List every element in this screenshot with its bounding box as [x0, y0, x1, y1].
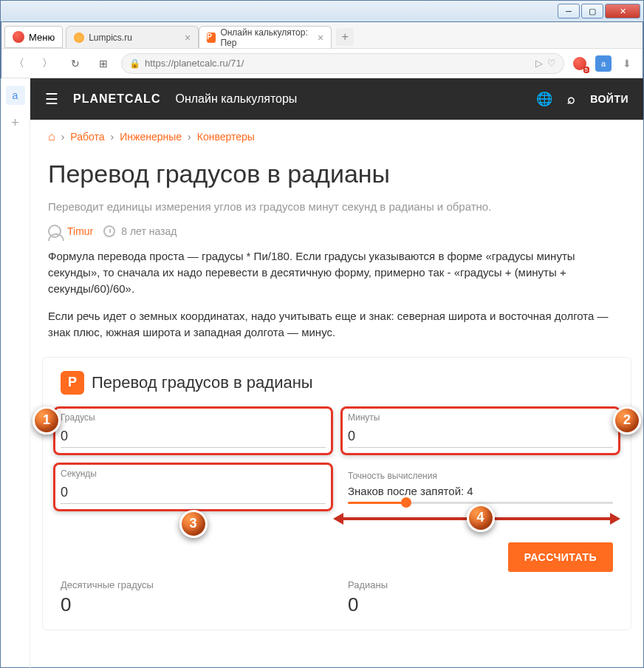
- calculator-card: P Перевод градусов в радианы Градусы 1 М…: [42, 357, 631, 630]
- breadcrumb-converters[interactable]: Конвертеры: [197, 131, 255, 143]
- precision-field: Точность вычисления Знаков после запятой…: [348, 468, 613, 504]
- breadcrumb-sep: ›: [61, 131, 65, 143]
- window-maximize-button[interactable]: ▢: [581, 4, 603, 18]
- author-row: Timur 8 лет назад: [30, 225, 643, 248]
- tab-planetcalc[interactable]: P Онлайн калькулятор: Пер ×: [199, 26, 332, 48]
- slider-fill: [348, 502, 406, 504]
- badge-count: 5: [583, 67, 589, 73]
- url-text: https://planetcalc.ru/71/: [145, 58, 531, 69]
- back-button[interactable]: 〈: [9, 53, 30, 74]
- degrees-input[interactable]: [61, 426, 326, 448]
- seconds-field: Секунды 3: [61, 468, 326, 504]
- translate-extension-icon[interactable]: a: [595, 55, 612, 72]
- annotation-badge-4: 4: [467, 504, 495, 532]
- login-button[interactable]: ВОЙТИ: [590, 93, 628, 105]
- page-content: ☰ PLANETCALC Онлайн калькуляторы 🌐 ⌕ ВОЙ…: [30, 78, 643, 668]
- author-name[interactable]: Timur: [67, 225, 93, 237]
- search-icon[interactable]: ⌕: [567, 92, 575, 107]
- opera-extension-icon[interactable]: 5: [572, 55, 588, 72]
- translate-sidebar-icon[interactable]: a: [6, 86, 25, 105]
- result2-label: Радианы: [348, 579, 613, 590]
- url-bar[interactable]: 🔒 https://planetcalc.ru/71/ ▷ ♡: [121, 53, 564, 74]
- new-tab-button[interactable]: +: [336, 28, 354, 46]
- annotation-badge-1: 1: [32, 406, 61, 434]
- precision-label: Точность вычисления: [348, 471, 437, 481]
- hamburger-menu-icon[interactable]: ☰: [45, 90, 58, 108]
- calc-logo-icon: P: [61, 371, 84, 395]
- result2-value: 0: [348, 593, 613, 616]
- browser-chrome: Меню Lumpics.ru × P Онлайн калькулятор: …: [1, 22, 643, 78]
- minutes-field: Минуты 2: [348, 412, 613, 448]
- author-icon: [48, 225, 61, 238]
- downloads-icon[interactable]: ⬇: [619, 55, 635, 72]
- tabs-row: Меню Lumpics.ru × P Онлайн калькулятор: …: [1, 22, 643, 49]
- home-icon[interactable]: ⌂: [48, 130, 55, 143]
- calc-title: Перевод градусов в радианы: [92, 373, 313, 392]
- minutes-label: Минуты: [348, 412, 613, 423]
- reload-button[interactable]: ↻: [65, 53, 86, 74]
- forward-button[interactable]: 〉: [37, 53, 58, 74]
- seconds-label: Секунды: [61, 468, 326, 479]
- body-paragraph-2: Если речь идет о земных координатах, над…: [30, 308, 643, 352]
- annotation-badge-2: 2: [613, 406, 641, 434]
- minutes-input[interactable]: [348, 426, 613, 448]
- breadcrumb-sep: ›: [111, 131, 114, 143]
- annotation-badge-3: 3: [179, 510, 208, 538]
- breadcrumb-sep: ›: [188, 131, 191, 143]
- tab-close-icon[interactable]: ×: [185, 32, 191, 44]
- window-minimize-button[interactable]: ─: [558, 4, 580, 18]
- opera-logo-icon: [13, 31, 24, 43]
- window-close-button[interactable]: ✕: [605, 4, 640, 18]
- body-paragraph-1: Формула перевода проста — градусы * Пи/1…: [30, 248, 643, 308]
- speed-dial-button[interactable]: ⊞: [93, 53, 114, 74]
- site-header: ☰ PLANETCALC Онлайн калькуляторы 🌐 ⌕ ВОЙ…: [30, 78, 643, 120]
- reader-icon[interactable]: ▷: [535, 58, 543, 69]
- result-decimal-degrees: Десятичные градусы 0: [61, 579, 326, 616]
- add-sidebar-button[interactable]: +: [7, 114, 24, 132]
- result1-label: Десятичные градусы: [61, 579, 326, 590]
- time-ago: 8 лет назад: [121, 225, 177, 237]
- breadcrumb-engineering[interactable]: Инженерные: [120, 131, 182, 143]
- page-title: Перевод градусов в радианы: [30, 154, 643, 199]
- calc-header: P Перевод градусов в радианы: [61, 371, 613, 395]
- degrees-field: Градусы 1: [61, 412, 326, 448]
- site-brand[interactable]: PLANETCALC: [73, 92, 160, 106]
- bookmark-heart-icon[interactable]: ♡: [547, 58, 556, 69]
- language-icon[interactable]: 🌐: [536, 91, 552, 107]
- tab-close-icon[interactable]: ×: [318, 32, 323, 44]
- calculate-button[interactable]: РАССЧИТАТЬ: [508, 542, 613, 572]
- site-subtitle: Онлайн калькуляторы: [175, 92, 297, 106]
- opera-menu-button[interactable]: Меню: [4, 26, 63, 48]
- browser-sidebar: a +: [1, 78, 30, 668]
- seconds-input[interactable]: [61, 482, 326, 504]
- tab-label: Lumpics.ru: [89, 33, 132, 43]
- precision-value: Знаков после запятой: 4: [348, 485, 613, 497]
- planetcalc-favicon-icon: P: [207, 33, 216, 43]
- tab-lumpics[interactable]: Lumpics.ru ×: [66, 26, 199, 48]
- breadcrumb: ⌂ › Работа › Инженерные › Конвертеры: [30, 120, 643, 154]
- result-radians: Радианы 0: [348, 579, 613, 616]
- slider-thumb[interactable]: [401, 497, 411, 508]
- lumpics-favicon-icon: [74, 33, 84, 43]
- tab-label: Онлайн калькулятор: Пер: [220, 27, 313, 48]
- address-bar-row: 〈 〉 ↻ ⊞ 🔒 https://planetcalc.ru/71/ ▷ ♡ …: [1, 49, 643, 78]
- lock-icon: 🔒: [129, 58, 140, 69]
- page-description: Переводит единицы измерения углов из гра…: [30, 199, 643, 225]
- breadcrumb-work[interactable]: Работа: [70, 131, 104, 143]
- result1-value: 0: [61, 593, 326, 616]
- clock-icon: [103, 225, 115, 237]
- degrees-label: Градусы: [61, 412, 326, 423]
- window-titlebar: ─ ▢ ✕: [0, 0, 644, 22]
- menu-label: Меню: [29, 32, 55, 43]
